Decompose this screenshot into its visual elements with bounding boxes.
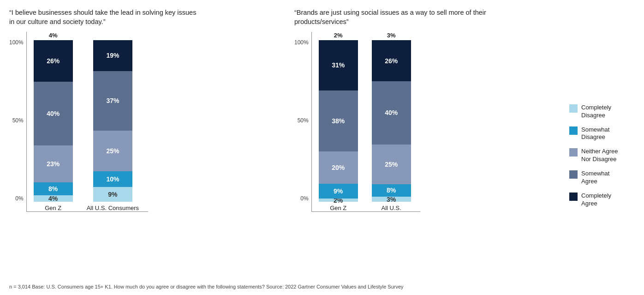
page: “I believe businesses should take the le… [0, 0, 644, 295]
bar-xlabel-0: Gen Z [330, 205, 346, 211]
segment-neither-1: 25% [372, 144, 411, 184]
stacked-bar-1: 9%10%25%37%19% [93, 40, 132, 202]
yaxis-0: 0% [15, 195, 23, 202]
chart1-bars: 4%4%8%23%40%26%Gen Z9%10%25%37%19%All U.… [26, 32, 148, 212]
segment-completely_agree-0: 26% [34, 40, 73, 82]
segment-somewhat_disagree-1: 8% [372, 184, 411, 197]
legend-color-neither [569, 148, 578, 157]
segment-completely_disagree-0: 2% [319, 199, 358, 202]
stacked-bar-1: 3%8%25%40%26% [372, 40, 411, 202]
segment-neither-1: 25% [93, 131, 132, 171]
legend-item-neither: Neither Agree Nor Disagree [569, 148, 635, 163]
legend-label-completely_agree: Completely Agree [581, 192, 611, 208]
segment-completely_disagree-0: 4% [34, 195, 73, 202]
segment-neither-0: 20% [319, 151, 358, 184]
legend-label-neither: Neither Agree Nor Disagree [581, 148, 618, 163]
segment-completely_agree-1: 26% [372, 40, 411, 81]
bar-top-label-1: 3% [387, 32, 396, 39]
bar-group-0: 4%4%8%23%40%26%Gen Z [34, 32, 73, 211]
bar-group-0: 2%2%9%20%38%31%Gen Z [319, 32, 358, 211]
legend-label-somewhat_agree: Somewhat Agree [581, 170, 609, 186]
bar-group-1: 3%3%8%25%40%26%All U.S. [372, 32, 411, 211]
legend-label-completely_disagree: Completely Disagree [581, 104, 611, 120]
legend-color-somewhat_agree [569, 170, 578, 179]
segment-completely_disagree-1: 9% [93, 187, 132, 202]
footnote: n = 3,014 Base: U.S. Consumers age 15+ K… [9, 283, 635, 291]
stacked-bar-0: 4%8%23%40%26% [34, 40, 73, 202]
segment-somewhat_disagree-0: 9% [319, 184, 358, 199]
yaxis2-50: 50% [298, 117, 309, 124]
bar-top-label-0: 4% [49, 32, 58, 39]
segment-somewhat_disagree-1: 10% [93, 171, 132, 187]
bar-xlabel-1: All U.S. Consumers [87, 205, 139, 211]
bar-xlabel-0: Gen Z [45, 205, 61, 211]
segment-somewhat_agree-1: 37% [93, 71, 132, 131]
chart2-bars: 2%2%9%20%38%31%Gen Z3%3%8%25%40%26%All U… [311, 32, 420, 212]
segment-neither-0: 23% [34, 145, 73, 182]
legend-color-completely_agree [569, 193, 578, 201]
yaxis-100: 100% [9, 39, 24, 46]
yaxis-50: 50% [12, 117, 24, 124]
chart1-yaxis: 100% 50% 0% [9, 32, 26, 212]
segment-somewhat_agree-0: 40% [34, 82, 73, 145]
chart1-section: “I believe businesses should take the le… [9, 8, 276, 280]
legend-color-somewhat_disagree [569, 126, 578, 135]
legend-item-somewhat_agree: Somewhat Agree [569, 170, 635, 186]
stacked-bar-0: 2%9%20%38%31% [319, 40, 358, 202]
segment-completely_disagree-1: 3% [372, 197, 411, 202]
legend-section: Completely DisagreeSomewhat DisagreeNeit… [561, 8, 635, 280]
yaxis2-0: 0% [300, 195, 308, 202]
yaxis2-100: 100% [294, 39, 309, 46]
segment-somewhat_agree-0: 38% [319, 90, 358, 152]
bar-top-label-0: 2% [334, 32, 343, 39]
legend-item-completely_disagree: Completely Disagree [569, 104, 635, 120]
segment-somewhat_agree-1: 40% [372, 81, 411, 144]
charts-row: “I believe businesses should take the le… [9, 8, 635, 280]
legend-item-somewhat_disagree: Somewhat Disagree [569, 126, 635, 142]
chart2-section: “Brands are just using social issues as … [294, 8, 561, 280]
legend-color-completely_disagree [569, 104, 578, 113]
bar-xlabel-1: All U.S. [382, 205, 401, 211]
segment-somewhat_disagree-0: 8% [34, 182, 73, 195]
legend-item-completely_agree: Completely Agree [569, 192, 635, 208]
segment-completely_agree-0: 31% [319, 40, 358, 90]
chart1-title: “I believe businesses should take the le… [9, 8, 203, 26]
bar-group-1: 9%10%25%37%19%All U.S. Consumers [87, 39, 139, 211]
segment-completely_agree-1: 19% [93, 40, 132, 71]
chart2-yaxis: 100% 50% 0% [294, 32, 311, 212]
legend-label-somewhat_disagree: Somewhat Disagree [581, 126, 609, 142]
chart2-title: “Brands are just using social issues as … [294, 8, 488, 26]
